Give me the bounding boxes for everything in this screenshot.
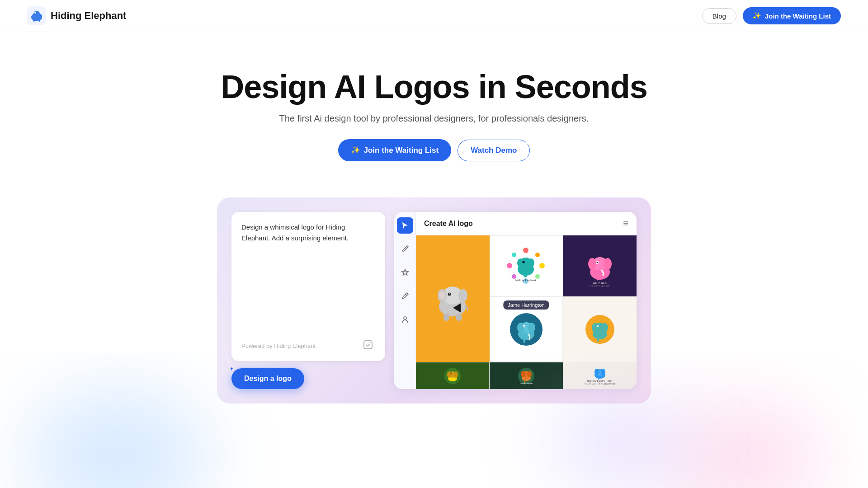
svg-point-59 [451,372,452,374]
svg-point-2 [33,11,40,16]
svg-point-29 [517,258,524,267]
svg-point-64 [527,371,532,377]
watch-demo-button[interactable]: Watch Demo [458,140,530,161]
svg-point-5 [38,18,40,22]
svg-point-38 [596,262,598,263]
blue-blob [27,389,208,488]
waiting-list-icon: ✨ [753,12,761,20]
svg-text:Hiding Elephant: Hiding Elephant [516,279,537,282]
svg-point-47 [524,326,524,327]
hero-section: Design AI Logos in Seconds The first Ai … [0,32,868,179]
powered-by-label: Powered by Hiding Elephant [241,343,316,349]
round-teal-elephant-logo [508,311,544,347]
pen-tool-button[interactable] [397,241,413,257]
nav-actions: Blog ✨ Join the Waiting List [702,7,841,24]
logo-bottom-row: Hiding Elephant HIDING ELEPPHANTHOTTEST … [416,362,637,389]
svg-point-13 [448,293,451,296]
svg-point-35 [588,258,596,270]
svg-point-53 [597,325,599,327]
svg-point-20 [535,253,540,257]
text-elephant-logo [593,367,607,380]
join-waiting-list-hero-button[interactable]: ✨ Join the Waiting List [338,139,452,161]
purple-blob [552,398,687,488]
left-panel: Design a whimsical logo for Hiding Eleph… [231,212,385,389]
svg-point-51 [592,323,598,332]
logo-panel: Create AI logo ≡ [416,212,637,389]
user-tool-button[interactable] [397,311,413,328]
prompt-card: Design a whimsical logo for Hiding Eleph… [231,212,385,361]
sidebar-icons [394,212,416,389]
svg-point-63 [521,371,525,377]
svg-point-44 [517,323,524,333]
svg-point-8 [404,317,406,319]
prompt-footer: Powered by Hiding Elephant [241,339,375,352]
logo-cell-dark-elephant[interactable]: HILDING ELEEPHANT [563,235,637,296]
logo-cell-round-teal[interactable]: Jame Harrington [490,296,563,362]
prompt-text: Design a whimsical logo for Hiding Eleph… [241,222,375,330]
svg-point-31 [523,261,525,263]
svg-point-7 [369,342,371,343]
svg-point-57 [447,371,452,378]
logo-cell-partial[interactable] [563,296,637,362]
logo-grid: Hiding Elephant [416,235,637,362]
dark-green-elephant-badge: Hiding Elephant [517,367,535,385]
svg-point-58 [453,371,458,378]
shape-tool-button[interactable] [397,264,413,281]
svg-point-24 [512,274,516,279]
hero-headline: Design AI Logos in Seconds [9,68,859,105]
svg-point-36 [604,258,612,270]
svg-text:ELEEPHANT: ELEEPHANT [590,285,610,286]
pencil-tool-button[interactable] [397,288,413,304]
logo-cell-orange-elephant[interactable] [416,235,490,362]
partial-elephant-logo [582,311,618,347]
logo-bottom-cell-1[interactable] [416,362,490,389]
svg-point-25 [507,263,512,268]
green-elephant-badge [443,367,462,385]
hero-buttons: ✨ Join the Waiting List Watch Demo [9,139,859,161]
svg-point-14 [449,293,450,294]
cursor-tool-button[interactable] [397,217,413,234]
brand-name: Hiding Elephant [51,10,126,22]
svg-point-17 [439,291,445,300]
svg-text:Hiding Elephant: Hiding Elephant [520,382,533,385]
brand-icon [27,6,46,25]
brand-logo[interactable]: Hiding Elephant [27,6,126,25]
svg-point-30 [528,258,534,267]
svg-point-52 [602,323,608,332]
flower-elephant-logo: Hiding Elephant [507,247,545,285]
join-waiting-list-nav-button[interactable]: ✨ Join the Waiting List [743,7,841,24]
logo-bottom-cell-2[interactable]: Hiding Elephant [490,362,563,389]
svg-point-22 [535,274,540,279]
logo-panel-header: Create AI logo ≡ [416,212,637,235]
dark-elephant-logo: HILDING ELEEPHANT [580,246,620,286]
svg-point-4 [33,18,35,22]
tooltip-badge: Jame Harrington [503,300,549,310]
svg-rect-15 [443,314,449,321]
blog-button[interactable]: Blog [702,8,736,24]
svg-point-3 [34,12,36,14]
svg-point-21 [539,263,545,268]
pink-blob [665,402,823,488]
elephant-logo-orange [428,274,477,324]
hero-subheadline: The first Ai design tool by professional… [9,113,859,124]
design-logo-button[interactable]: Design a logo [231,368,304,389]
image-edit-icon [363,339,375,352]
svg-point-12 [458,289,467,302]
svg-point-45 [528,323,535,333]
demo-container: Design a whimsical logo for Hiding Eleph… [217,197,651,404]
logo-bottom-cell-3[interactable]: HIDING ELEPPHANTHOTTEST IMAGINATION [563,362,637,389]
panel-menu-icon[interactable]: ≡ [623,218,628,229]
svg-point-26 [512,253,516,257]
navbar: Hiding Elephant Blog ✨ Join the Waiting … [0,0,868,32]
logo-panel-title: Create AI logo [424,220,473,228]
hero-cta-icon: ✨ [351,145,360,155]
svg-point-69 [601,369,605,375]
svg-point-68 [594,369,599,375]
svg-text:HILDING: HILDING [593,282,607,285]
logo-cell-flowers[interactable]: Hiding Elephant [490,235,563,296]
right-panel: Create AI logo ≡ [394,212,637,389]
svg-point-19 [523,248,528,253]
